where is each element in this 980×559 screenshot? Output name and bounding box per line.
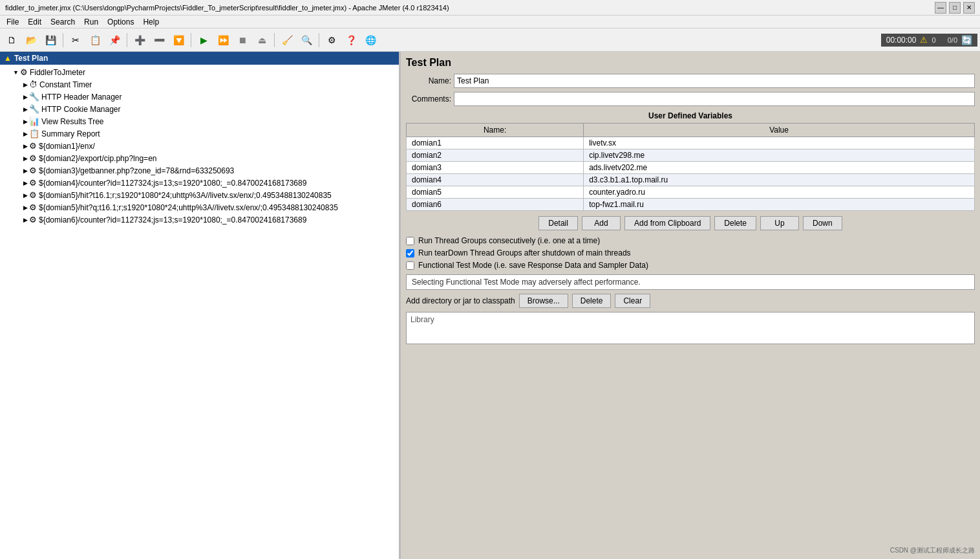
tree-node-label: FiddlerToJmeter: [30, 68, 85, 77]
tree-item[interactable]: ▶ ⚙ ${domian1}/enx/: [0, 140, 399, 152]
tree-item[interactable]: ▶ ⚙ ${domian6}/counter?id=1127324;js=13;…: [0, 214, 399, 226]
menu-item-options[interactable]: Options: [103, 17, 138, 27]
toolbar-separator-2: [127, 33, 127, 47]
expand-icon[interactable]: ▶: [23, 82, 28, 88]
menu-item-search[interactable]: Search: [47, 17, 79, 27]
help-toolbar-button[interactable]: ❓: [342, 32, 360, 49]
detail-button[interactable]: Detail: [538, 216, 578, 230]
add-from-clipboard-button[interactable]: Add from Clipboard: [624, 216, 710, 230]
table-row[interactable]: domian5 counter.yadro.ru: [407, 186, 975, 199]
expand-icon[interactable]: ▶: [23, 217, 28, 223]
table-cell-name: domian2: [407, 149, 584, 162]
tree-item[interactable]: ▶ ⚙ ${domian5}/hit?t16.1;r;s1920*1080*24…: [0, 189, 399, 201]
clear-all-button[interactable]: 🧹: [278, 32, 296, 49]
tree-node-label: ${domian1}/enx/: [39, 142, 95, 151]
run-thread-groups-row: Run Thread Groups consecutively (i.e. on…: [406, 236, 975, 246]
tree-node-label: ${domian4}/counter?id=1127324;js=13;s=19…: [39, 179, 306, 188]
udv-title: User Defined Variables: [406, 111, 975, 120]
menu-item-help[interactable]: Help: [139, 17, 163, 27]
save-button[interactable]: 💾: [41, 32, 59, 49]
expand-icon[interactable]: ▼: [13, 69, 19, 76]
copy-button[interactable]: 📋: [86, 32, 104, 49]
table-row[interactable]: domian4 d3.c3.b1.a1.top.mail.ru: [407, 174, 975, 186]
menu-item-file[interactable]: File: [3, 17, 23, 27]
open-button[interactable]: 📂: [22, 32, 40, 49]
paste-button[interactable]: 📌: [105, 32, 123, 49]
close-button[interactable]: ✕: [963, 2, 975, 14]
tree-item[interactable]: ▶ 🔧 HTTP Cookie Manager: [0, 103, 399, 115]
start-button[interactable]: ▶: [195, 32, 213, 49]
table-row[interactable]: domian1 livetv.sx: [407, 137, 975, 149]
expand-icon[interactable]: ▶: [23, 168, 28, 174]
toolbar: 🗋 📂 💾 ✂ 📋 📌 ➕ ➖ 🔽 ▶ ⏩ ⏹ ⏏ 🧹 🔍 ⚙ ❓ 🌐 00:0…: [0, 28, 980, 52]
minimize-button[interactable]: —: [935, 2, 946, 14]
timer-display: 00:00:00 ⚠ 0 0/0 🔄: [881, 34, 977, 47]
functional-mode-row: Functional Test Mode (i.e. save Response…: [406, 260, 975, 270]
up-button[interactable]: Up: [760, 216, 799, 230]
add-row-button[interactable]: Add: [582, 216, 621, 230]
run-thread-groups-label[interactable]: Run Thread Groups consecutively (i.e. on…: [418, 236, 600, 245]
run-teardown-checkbox[interactable]: [406, 249, 414, 258]
name-input[interactable]: [454, 74, 975, 88]
table-row[interactable]: domian2 cip.livetv298.me: [407, 149, 975, 162]
tree-item[interactable]: ▼ ⚙ FiddlerToJmeter: [0, 66, 399, 78]
tree-node-icon: 📋: [29, 129, 39, 138]
udv-header-row: Name: Value: [407, 124, 975, 137]
menu-item-run[interactable]: Run: [80, 17, 102, 27]
down-button[interactable]: Down: [803, 216, 842, 230]
stop-button[interactable]: ⏹: [233, 32, 251, 49]
tree-item[interactable]: ▶ 📋 Summary Report: [0, 127, 399, 140]
run-teardown-label[interactable]: Run tearDown Thread Groups after shutdow…: [418, 248, 631, 258]
expand-button[interactable]: 🔽: [169, 32, 187, 49]
run-thread-groups-checkbox[interactable]: [406, 237, 414, 245]
shutdown-button[interactable]: ⏏: [253, 32, 271, 49]
restore-button[interactable]: □: [949, 2, 961, 14]
clear-button[interactable]: Clear: [615, 294, 650, 308]
classpath-row: Add directory or jar to classpath Browse…: [406, 294, 975, 308]
table-cell-value: d3.c3.b1.a1.top.mail.ru: [584, 174, 975, 186]
warning-count: 0: [932, 36, 935, 44]
new-button[interactable]: 🗋: [3, 32, 21, 49]
table-row[interactable]: domian6 top-fwz1.mail.ru: [407, 199, 975, 211]
browse-button[interactable]: Browse...: [519, 294, 568, 308]
start-no-pause-button[interactable]: ⏩: [214, 32, 232, 49]
col-name-header: Name:: [407, 124, 584, 137]
expand-icon[interactable]: ▶: [23, 180, 28, 186]
expand-icon[interactable]: ▶: [23, 155, 28, 162]
tree-node-label: View Results Tree: [41, 117, 104, 126]
tree-node-icon: ⚙: [29, 166, 37, 175]
tree-item[interactable]: ▶ ⚙ ${domian5}/hit?q;t16.1;r;s1920*1080*…: [0, 201, 399, 214]
table-row[interactable]: domian3 ads.livetv202.me: [407, 162, 975, 174]
refresh-icon[interactable]: 🔄: [961, 35, 972, 45]
cut-button[interactable]: ✂: [67, 32, 85, 49]
comments-input[interactable]: [454, 92, 975, 106]
tree-item[interactable]: ▶ ⏱ Constant Timer: [0, 78, 399, 91]
expand-icon[interactable]: ▶: [23, 192, 28, 199]
functional-mode-label[interactable]: Functional Test Mode (i.e. save Response…: [418, 261, 648, 270]
expand-icon[interactable]: ▶: [23, 94, 28, 100]
delete-row-button[interactable]: Delete: [714, 216, 756, 230]
tree-item[interactable]: ▶ ⚙ ${domian4}/counter?id=1127324;js=13;…: [0, 177, 399, 189]
tree-item[interactable]: ▶ 🔧 HTTP Header Manager: [0, 91, 399, 103]
menu-item-edit[interactable]: Edit: [24, 17, 45, 27]
expand-icon[interactable]: ▶: [23, 118, 28, 125]
options-button[interactable]: ⚙: [323, 32, 341, 49]
tree-item[interactable]: ▶ ⚙ ${domian3}/getbanner.php?zone_id=78&…: [0, 164, 399, 177]
functional-mode-checkbox[interactable]: [406, 261, 414, 270]
expand-icon[interactable]: ▶: [23, 204, 28, 211]
classpath-delete-button[interactable]: Delete: [572, 294, 612, 308]
expand-icon[interactable]: ▶: [23, 106, 28, 113]
checkbox-section: Run Thread Groups consecutively (i.e. on…: [406, 236, 975, 270]
tree-item[interactable]: ▶ ⚙ ${domian2}/export/cip.php?lng=en: [0, 152, 399, 164]
tree-item[interactable]: ▶ 📊 View Results Tree: [0, 115, 399, 127]
comments-row: Comments:: [406, 92, 975, 106]
remove-button[interactable]: ➖: [150, 32, 168, 49]
expand-icon[interactable]: ▶: [23, 143, 28, 149]
panel-title: Test Plan: [406, 57, 975, 69]
tree-header-label: Test Plan: [14, 54, 48, 63]
expand-icon[interactable]: ▶: [23, 131, 28, 137]
add-button[interactable]: ➕: [131, 32, 149, 49]
remote-button[interactable]: 🌐: [361, 32, 379, 49]
table-cell-name: domian3: [407, 162, 584, 174]
search-toolbar-button[interactable]: 🔍: [297, 32, 315, 49]
